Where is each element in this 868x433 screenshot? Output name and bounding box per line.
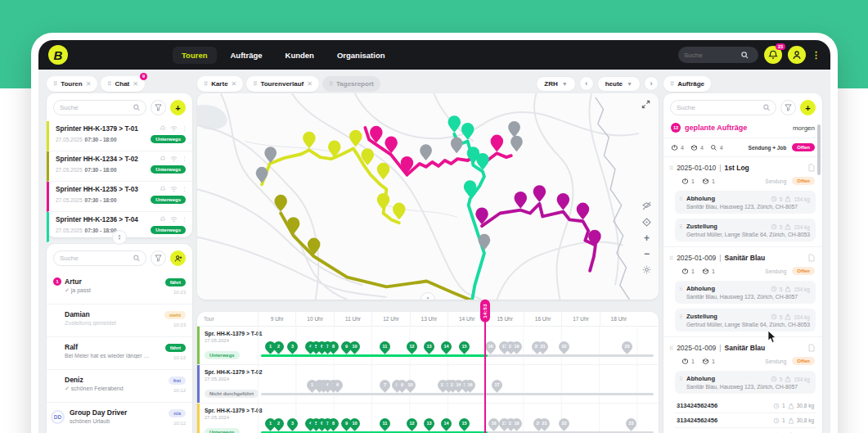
overflow-menu-icon[interactable]: ⋮ [812,50,821,61]
orders-search[interactable] [670,100,776,115]
timeline-pin[interactable]: 16 [462,377,477,392]
close-icon[interactable]: ✕ [232,80,237,88]
chat-list-item[interactable]: Damian Zustellung gemeldet steht 10:23 [47,304,192,337]
order-group-header[interactable]: ⠿ 2025-01-010 | 1st Log [663,157,822,174]
tab-tourenverlauf[interactable]: ⠿ Tourenverlauf ✕ [246,76,319,92]
map-canvas[interactable] [197,93,659,300]
zoom-in-button[interactable]: + [644,234,650,242]
timeline-pin[interactable]: 14 [439,339,454,354]
chat-list-item[interactable]: DD Group Day Driver schönen Urlaub n/a 1… [47,403,192,433]
package-row[interactable]: 313424562456 130,8 kg [675,399,816,413]
timeline-pin[interactable]: 3 [285,416,299,431]
nav-kunden[interactable]: Kunden [277,47,323,64]
order-group-header[interactable]: ⠿ 2025-01-009 | Sanitär Blau [663,337,822,354]
timeline-row[interactable]: Spr. HH-K-1379 > T-03 27.05.2024 Unterwe… [197,404,659,433]
timeline-pin[interactable]: 13 [422,416,437,431]
document-icon[interactable] [808,344,815,352]
timeline-pin[interactable]: 13 [422,339,437,354]
tour-list-item[interactable]: Sprinter HH-K-1234 > T-02 ⋮ 27.05.2025 0… [47,151,192,182]
kebab-icon[interactable]: ⋮ [182,156,187,162]
timeline-pin[interactable]: 6 [330,377,344,392]
timeline-track[interactable]: 1234567891011121314151617181920212223 [258,327,659,364]
timeline-pin[interactable]: 22 [556,416,571,431]
timeline-pin[interactable]: 10 [347,339,362,354]
add-order-button[interactable]: + [800,100,816,115]
prev-day-button[interactable]: ‹ [579,76,594,91]
date-select[interactable]: heute ▼ [597,76,641,92]
tab-karte[interactable]: ⠿ Karte ✕ [197,76,243,92]
stop-card[interactable]: ⠿ Zustellung Gertrud Müller, Lange Straß… [675,219,816,241]
orders-filter-button[interactable] [780,100,796,115]
chat-search-input[interactable] [60,255,133,262]
timeline-pin[interactable]: 11 [378,416,393,431]
timeline-pin[interactable]: 19 [509,339,524,354]
add-contact-button[interactable] [170,250,186,266]
timeline-pin[interactable]: 21 [535,339,550,354]
tours-search[interactable] [53,100,146,115]
scrollbar[interactable] [817,124,821,175]
tab-auftraege[interactable]: ⠿ Aufträge [663,76,711,92]
nav-auftraege[interactable]: Aufträge [222,47,272,64]
timeline-pin[interactable]: 7 [378,377,393,392]
close-icon[interactable]: ✕ [86,80,92,88]
nav-touren[interactable]: Touren [173,47,217,64]
timeline-row[interactable]: Spr. HH-K-1379 > T-01 27.05.2024 Unterwe… [197,327,659,365]
planned-orders-header[interactable]: 13 geplante Aufträge morgen [663,121,822,138]
kebab-icon[interactable]: ⋮ [182,186,187,192]
timeline-pin[interactable]: 15 [456,339,471,354]
locate-icon[interactable] [642,218,651,227]
timeline-pin[interactable]: 10 [403,377,417,392]
panel-resize-handle[interactable]: ▲▼ [112,230,127,245]
tours-search-input[interactable] [60,104,133,111]
stop-card[interactable]: ⠿ Abholung Sanitär Blau, Hausweg 123, Zü… [675,191,816,214]
chat-list-item[interactable]: Deniz ✓ schönen Feierabend frei 10:12 [47,370,192,403]
timeline-pin[interactable]: 21 [537,416,551,431]
tours-filter-button[interactable] [151,100,166,115]
layers-off-icon[interactable] [642,201,651,210]
timeline-pin[interactable]: 2 [271,339,286,354]
document-icon[interactable] [808,254,815,262]
timeline-pin[interactable]: 3 [285,339,299,354]
timeline-pin[interactable]: 19 [509,416,524,431]
package-row[interactable]: 313424562456 130,8 kg [675,428,816,433]
kebab-icon[interactable]: ⋮ [182,125,187,132]
tour-list-item[interactable]: Sprinter HH-K-1379 > T-01 ⋮ 27.05.2025 0… [47,121,192,151]
next-day-button[interactable]: › [644,76,659,91]
tab-touren[interactable]: ⠿ Touren ✕ [47,76,97,92]
timeline-pin[interactable]: 12 [404,416,419,431]
stop-card[interactable]: ⠿ Zustellung Gertrud Müller, Lange Straß… [675,309,816,332]
map-fullscreen-button[interactable] [641,100,650,109]
document-icon[interactable] [808,164,815,172]
timeline-pin[interactable]: 2 [271,416,286,431]
tour-list-item[interactable]: Sprinter HH-K-1235 > T-03 ⋮ 27.05.2025 0… [47,182,192,212]
timeline-pin[interactable]: 12 [404,339,419,354]
timeline-track[interactable]: 1234567891011121314151617181920212223 [258,404,659,433]
timeline-pin[interactable]: 15 [456,416,471,431]
tab-tagesreport[interactable]: ⠿ Tagesreport [322,76,380,92]
timeline-pin[interactable]: 8 [326,416,340,431]
timeline-pin[interactable]: 8 [326,339,340,354]
user-button[interactable] [788,46,806,64]
tab-chat[interactable]: ⠿ Chat ✕ 9 [101,76,145,92]
package-row[interactable]: 313424562456 130,8 kg [675,413,816,428]
navbar-search-input[interactable] [684,52,741,59]
map-settings-icon[interactable] [642,265,651,274]
orders-search-input[interactable] [677,104,763,111]
station-select[interactable]: ZRH ▼ [536,76,575,92]
app-logo[interactable]: B [48,45,68,65]
timeline-track[interactable]: 1234567891011121314151617 [258,365,659,403]
stop-card[interactable]: ⠿ Abholung Sanitär Blau, Hausweg 123, Zü… [675,371,816,394]
close-icon[interactable]: ✕ [307,80,313,88]
notifications-button[interactable]: 23 [764,46,782,64]
timeline-pin[interactable]: 17 [489,377,504,392]
add-tour-button[interactable]: + [170,100,186,115]
timeline-pin[interactable]: 11 [378,339,393,354]
navbar-search[interactable] [678,47,758,63]
close-icon[interactable]: ✕ [133,80,138,88]
kebab-icon[interactable]: ⋮ [182,216,187,223]
chat-filter-button[interactable] [151,250,166,266]
chat-list-item[interactable]: Ralf Bei Meier hat es wieder länger geda… [47,337,192,370]
zoom-out-button[interactable]: − [644,250,650,258]
nav-organisation[interactable]: Organisation [328,47,394,64]
order-group-header[interactable]: ⠿ 2025-01-009 | Sanitär Blau [663,247,822,264]
